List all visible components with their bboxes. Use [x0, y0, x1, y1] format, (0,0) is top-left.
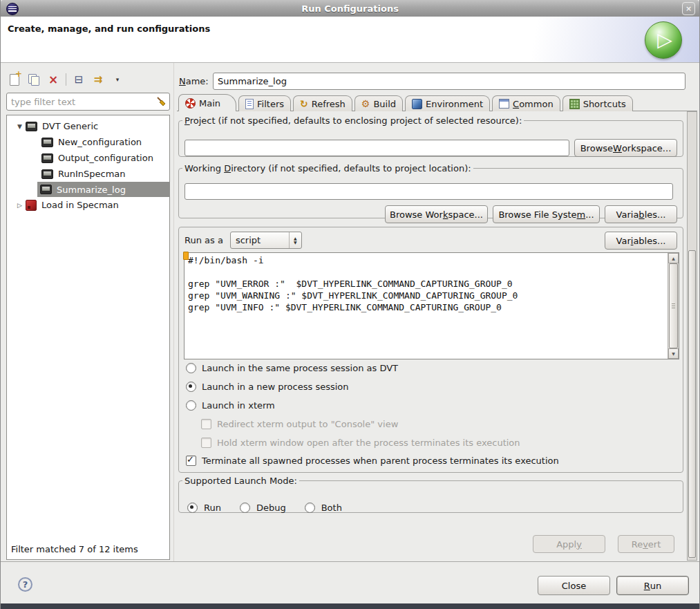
configuration-icon [41, 153, 53, 163]
radio-label-debug: Debug [256, 503, 286, 513]
close-button[interactable]: Close [538, 576, 610, 595]
scroll-up-icon[interactable]: ▲ [668, 253, 679, 263]
tab-common[interactable]: Common [492, 95, 560, 111]
filters-tab-icon [245, 99, 254, 109]
filter-configurations-button[interactable]: ⇉ [91, 72, 105, 87]
radio-new-session[interactable]: Launch in a new process session [186, 382, 349, 392]
content-scrollbar-thumb[interactable] [688, 250, 696, 558]
window-bottom-frame [1, 603, 700, 609]
clear-filter-broom-icon[interactable] [155, 96, 167, 107]
expander-collapsed-icon[interactable]: ▷ [14, 202, 26, 209]
tree-item-dvt-generic[interactable]: ▼ DVT Generic [7, 118, 169, 134]
filter-input[interactable] [6, 93, 170, 111]
run-as-row: Run as a script ▲ ▼ [185, 232, 302, 249]
toolbar-menu-button[interactable]: ▾ [111, 72, 124, 87]
tree-item-new-configuration[interactable]: New_configuration [7, 134, 169, 150]
script-scrollbar-thumb[interactable] [669, 263, 678, 348]
new-configuration-button[interactable] [8, 72, 21, 87]
tab-refresh[interactable]: ↻ Refresh [293, 95, 352, 111]
radio-xterm[interactable]: Launch in xterm [186, 400, 275, 411]
run-as-combo[interactable]: script ▲ ▼ [230, 232, 302, 249]
radio-icon[interactable] [186, 400, 196, 411]
run-variables-button[interactable]: Variables... [605, 232, 677, 250]
script-editor[interactable]: #!/bin/bash -i grep "UVM_ERROR :" $DVT_H… [184, 252, 679, 359]
window-title: Run Configurations [1, 3, 699, 14]
tab-label: Shortcuts [583, 99, 626, 109]
panel-divider [173, 63, 174, 561]
radio-icon[interactable] [186, 363, 196, 373]
content-scrollbar[interactable] [687, 111, 697, 561]
tab-main[interactable]: Main [178, 94, 236, 111]
delete-configuration-button[interactable]: × [46, 72, 60, 87]
script-text[interactable]: #!/bin/bash -i grep "UVM_ERROR :" $DVT_H… [188, 254, 666, 357]
apply-button[interactable]: Apply [533, 535, 605, 553]
tab-filters[interactable]: Filters [238, 95, 291, 111]
titlebar[interactable]: Run Configurations × [1, 0, 699, 17]
tree-item-output-configuration[interactable]: Output_configuration [7, 150, 169, 166]
window-close-icon[interactable]: × [682, 2, 695, 15]
tab-label: Filters [257, 99, 284, 109]
wd-variables-button[interactable]: Variables... [605, 205, 677, 223]
checkbox-redirect-xterm[interactable]: Redirect xterm output to "Console" view [201, 419, 398, 429]
combo-spinner-icon[interactable]: ▲ ▼ [289, 232, 301, 248]
spin-down-icon: ▼ [294, 241, 297, 244]
header-banner: Create, manage, and run configurations ▷ [1, 17, 699, 63]
radio-icon[interactable] [305, 503, 315, 513]
configurations-tree-panel: ▼ DVT Generic New_configuration Output_c… [6, 115, 170, 560]
working-directory-group: Working Directory (if not specified, def… [178, 163, 683, 218]
checkbox-icon[interactable] [201, 438, 211, 448]
project-input[interactable] [185, 140, 569, 156]
run-as-label: Run as a [185, 235, 223, 245]
name-input[interactable] [213, 73, 685, 90]
radio-checked-icon[interactable] [186, 382, 196, 392]
environment-tab-icon [412, 99, 422, 109]
tree-item-label: New_configuration [58, 137, 142, 147]
checkbox-terminate-spawned[interactable]: Terminate all spawned processes when par… [186, 456, 559, 466]
tree-item-load-in-specman[interactable]: ▷ Load in Specman [7, 197, 169, 213]
configurations-tree: ▼ DVT Generic New_configuration Output_c… [7, 118, 169, 213]
project-browse-workspace-button[interactable]: Browse Workspace... [574, 139, 677, 157]
radio-label-run: Run [204, 503, 221, 513]
tab-label: Environment [426, 99, 483, 109]
footer-separator [1, 561, 700, 562]
radio-same-session[interactable]: Launch in the same process session as DV… [186, 363, 398, 373]
scroll-down-icon[interactable]: ▼ [668, 348, 679, 359]
tab-build[interactable]: ⚙ Build [354, 95, 403, 111]
checkbox-hold-xterm[interactable]: Hold xterm window open after the process… [201, 438, 520, 448]
wd-browse-workspace-button[interactable]: Browse Workspace... [385, 205, 488, 223]
thumb-grip [672, 303, 675, 308]
common-tab-icon [499, 99, 509, 109]
configuration-icon [40, 185, 52, 194]
wd-browse-file-system-button[interactable]: Browse File System... [493, 205, 600, 223]
project-group-legend: Project (if not specified, defaults to e… [182, 115, 524, 126]
run-button[interactable]: Run [616, 576, 689, 595]
filter-box [6, 93, 170, 111]
tree-item-label: DVT Generic [42, 121, 98, 131]
tab-shortcuts[interactable]: Shortcuts [562, 95, 633, 111]
configuration-icon [41, 169, 53, 179]
help-button[interactable]: ? [18, 577, 32, 592]
filter-arrows-icon: ⇉ [94, 75, 103, 85]
working-directory-input[interactable] [185, 183, 673, 200]
refresh-tab-icon: ↻ [300, 99, 308, 109]
checkbox-checked-icon[interactable] [186, 456, 196, 466]
tab-label: Refresh [312, 99, 346, 109]
collapse-all-icon: ⊟ [75, 75, 84, 85]
duplicate-configuration-button[interactable] [27, 72, 41, 87]
checkbox-icon[interactable] [201, 419, 211, 429]
radio-icon[interactable] [240, 503, 250, 513]
run-as-value: script [231, 235, 289, 245]
tree-item-runinspecman[interactable]: RunInSpecman [7, 166, 169, 182]
collapse-all-button[interactable]: ⊟ [72, 72, 86, 87]
expander-expanded-icon[interactable]: ▼ [14, 123, 26, 130]
revert-button[interactable]: Revert [618, 535, 674, 553]
tab-label: Build [373, 99, 396, 109]
radio-label: Launch in a new process session [202, 382, 349, 392]
script-scrollbar[interactable]: ▲ ▼ [668, 253, 679, 359]
tab-bar: Main Filters ↻ Refresh ⚙ Build Environme… [178, 95, 635, 111]
tab-environment[interactable]: Environment [405, 95, 490, 111]
tree-item-summarize-log[interactable]: Summarize_log [37, 182, 169, 197]
tree-item-label: RunInSpecman [58, 169, 126, 179]
radio-checked-icon[interactable] [187, 503, 198, 513]
tab-label: Main [199, 98, 220, 109]
